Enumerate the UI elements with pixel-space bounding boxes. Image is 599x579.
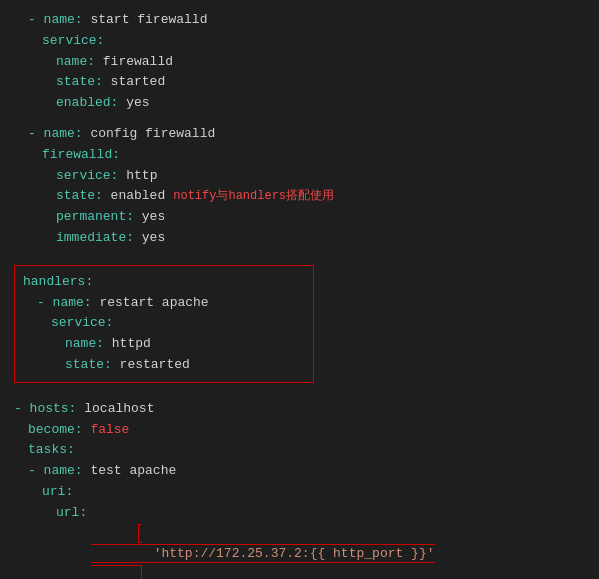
notify-comment: notify与handlers搭配使用 [173,187,334,206]
task2-permanent-val: yes [134,207,165,228]
play2-dash: - [14,399,30,420]
task2-service-key: service: [14,166,118,187]
handlers-dash: - [23,293,53,314]
handlers-svc-name-line: name: httpd [23,334,305,355]
task2-state-line: state: enabled notify与handlers搭配使用 [14,186,585,207]
play2-task-name-key: name: [44,461,83,482]
play2-hosts-key: hosts: [30,399,77,420]
task1-service-key: service: [14,31,104,52]
handlers-svc-name-val: httpd [104,334,151,355]
task1-state-key: state: [14,72,103,93]
play2-hosts-val: localhost [76,399,154,420]
task1-name-line: - name: start firewalld [14,10,585,31]
handlers-key-line: handlers: [23,272,305,293]
handlers-state-key: state: [23,355,112,376]
play2-task-name-val: test apache [83,461,177,482]
dash1: - [14,10,44,31]
task2-name-key: name: [44,124,83,145]
play2-hosts-line: - hosts: localhost [14,399,585,420]
play2-task-name-line: - name: test apache [14,461,585,482]
task1-svc-name-val: firewalld [95,52,173,73]
play2-tasks-line: tasks: [14,440,585,461]
task1-enabled-key: enabled: [14,93,118,114]
task1-svc-name-line: name: firewalld [14,52,585,73]
play2-become-val: false [83,420,130,441]
task2-permanent-key: permanent: [14,207,134,228]
code-viewer: - name: start firewalld service: name: f… [14,10,585,579]
task1-enabled-line: enabled: yes [14,93,585,114]
task2-firewalld-line: firewalld: [14,145,585,166]
task2-firewalld-key: firewalld: [14,145,120,166]
task2-state-val: enabled [103,186,165,207]
play2-url-line: url: 'http://172.25.37.2:{{ http_port }}… [14,503,585,579]
url-box: 'http://172.25.37.2:{{ http_port }}' [91,524,434,579]
task1-name-key: name: [44,10,83,31]
play2-url-val: 'http://172.25.37.2:{{ http_port }}' [154,546,435,561]
handlers-name-line: - name: restart apache [23,293,305,314]
task2-immediate-key: immediate: [14,228,134,249]
play2-become-key: become: [14,420,83,441]
play2-tasks-key: tasks: [14,440,75,461]
task2-immediate-line: immediate: yes [14,228,585,249]
handlers-service-key: service: [23,313,113,334]
task1-enabled-val: yes [118,93,149,114]
handlers-state-line: state: restarted [23,355,305,376]
task1-state-val: started [103,72,165,93]
play2-task-dash: - [14,461,44,482]
task1-svc-name-key: name: [14,52,95,73]
handlers-name-key: name: [53,293,92,314]
handlers-service-line: service: [23,313,305,334]
task2-service-line: service: http [14,166,585,187]
handlers-box: handlers: - name: restart apache service… [14,265,314,383]
play2-url-key: url: [14,503,87,524]
handlers-name-val: restart apache [92,293,209,314]
play2-become-line: become: false [14,420,585,441]
task1-service-line: service: [14,31,585,52]
task2-state-key: state: [14,186,103,207]
task1-name-val: start firewalld [83,10,208,31]
task2-immediate-val: yes [134,228,165,249]
task2-permanent-line: permanent: yes [14,207,585,228]
dash2: - [14,124,44,145]
play2-uri-line: uri: [14,482,585,503]
task2-name-line: - name: config firewalld [14,124,585,145]
handlers-svc-name-key: name: [23,334,104,355]
handlers-key: handlers: [23,272,93,293]
task1-state-line: state: started [14,72,585,93]
play2-uri-key: uri: [14,482,73,503]
task2-service-val: http [118,166,157,187]
task2-name-val: config firewalld [83,124,216,145]
handlers-state-val: restarted [112,355,190,376]
